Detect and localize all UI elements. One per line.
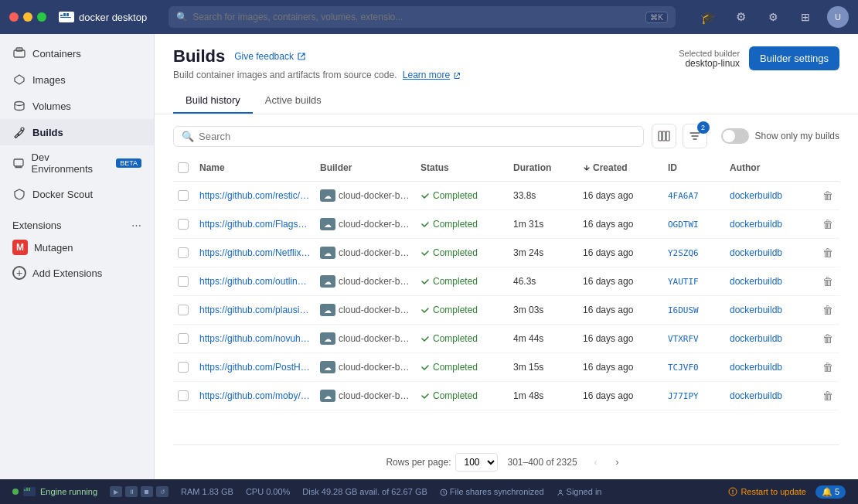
row-name-link[interactable]: https://github.com/PostHog/posthog <box>199 362 311 373</box>
global-search-bar[interactable]: 🔍 ⌘K <box>169 6 676 28</box>
row-status-text: Completed <box>433 247 478 258</box>
delete-button[interactable]: 🗑 <box>822 304 833 316</box>
add-extensions-button[interactable]: + Add Extensions <box>0 261 154 285</box>
completed-icon <box>420 363 430 372</box>
row-checkbox[interactable] <box>178 333 189 344</box>
delete-button[interactable]: 🗑 <box>822 390 833 402</box>
delete-button[interactable]: 🗑 <box>822 361 833 373</box>
delete-button[interactable]: 🗑 <box>822 189 833 202</box>
notifications-badge[interactable]: 🔔 5 <box>815 485 846 499</box>
row-id-badge[interactable]: J77IPY <box>668 391 699 401</box>
row-checkbox[interactable] <box>178 219 189 230</box>
sidebar-item-volumes[interactable]: Volumes <box>0 93 154 119</box>
row-created-1: 16 days ago <box>578 211 663 237</box>
toggle-switch[interactable] <box>721 128 749 144</box>
grid-icon[interactable]: ⊞ <box>795 6 816 28</box>
next-page-button[interactable]: › <box>608 453 627 472</box>
row-status-0: Completed <box>416 182 509 209</box>
sidebar-item-images[interactable]: Images <box>0 66 154 93</box>
extensions-more-icon[interactable]: ⋯ <box>131 220 141 231</box>
row-author-link[interactable]: dockerbuildb <box>730 305 782 315</box>
row-name-link[interactable]: https://github.com/Netflix/dispatch <box>199 247 311 258</box>
delete-button[interactable]: 🗑 <box>822 247 833 259</box>
delete-button[interactable]: 🗑 <box>822 275 833 288</box>
select-all-checkbox[interactable] <box>178 162 189 173</box>
delete-button[interactable]: 🗑 <box>822 332 833 345</box>
row-checkbox-3 <box>173 268 195 295</box>
learn-more-icon <box>453 72 461 80</box>
sidebar-item-containers[interactable]: Containers <box>0 40 154 66</box>
stop-button[interactable]: ⏹ <box>141 486 153 497</box>
close-button[interactable] <box>9 12 19 22</box>
give-feedback-link[interactable]: Give feedback <box>234 51 306 62</box>
row-name-link[interactable]: https://github.com/outline/outline <box>199 276 311 287</box>
engine-status: Engine running <box>12 487 97 496</box>
more-icon[interactable]: ⚙ <box>762 6 784 28</box>
row-checkbox-0 <box>173 182 195 209</box>
table-row: https://github.com/outline/outline ☁ clo… <box>173 267 839 296</box>
row-name-link[interactable]: https://github.com/moby/moby <box>199 390 311 401</box>
row-author-link[interactable]: dockerbuildb <box>730 190 782 201</box>
sidebar-item-docker-scout[interactable]: Docker Scout <box>0 181 154 207</box>
restart-to-update-button[interactable]: Restart to update <box>728 487 805 496</box>
search-input[interactable] <box>199 131 635 142</box>
pause-button[interactable]: ⏸ <box>125 486 138 497</box>
filter-button[interactable]: 2 <box>683 124 707 148</box>
play-button[interactable]: ▶ <box>110 486 122 497</box>
global-search-input[interactable] <box>192 12 641 22</box>
row-name-7: https://github.com/moby/moby <box>195 383 315 409</box>
row-name-link[interactable]: https://github.com/restic/restic <box>199 190 311 201</box>
row-author-link[interactable]: dockerbuildb <box>730 276 782 287</box>
search-wrap[interactable]: 🔍 <box>173 126 644 147</box>
row-checkbox[interactable] <box>178 276 189 287</box>
row-checkbox[interactable] <box>178 190 189 201</box>
row-id-badge[interactable]: I6DUSW <box>668 305 699 315</box>
row-author-3: dockerbuildb <box>725 268 818 295</box>
delete-button[interactable]: 🗑 <box>822 218 833 230</box>
row-builder-text: cloud-docker-ben... <box>339 247 411 258</box>
row-author-link[interactable]: dockerbuildb <box>730 219 782 230</box>
show-my-builds-toggle[interactable]: Show only my builds <box>721 128 839 144</box>
row-id-badge[interactable]: Y2SZQ6 <box>668 248 699 258</box>
row-name-link[interactable]: https://github.com/novuhq/novu <box>199 333 311 344</box>
row-created-4: 16 days ago <box>578 297 663 323</box>
row-builder-text: cloud-docker-ben... <box>339 333 411 344</box>
row-checkbox[interactable] <box>178 362 189 373</box>
row-author-link[interactable]: dockerbuildb <box>730 390 782 401</box>
sidebar-item-mutagen[interactable]: M Mutagen <box>0 234 154 261</box>
row-checkbox[interactable] <box>178 247 189 258</box>
minimize-button[interactable] <box>23 12 32 22</box>
row-id-badge[interactable]: VTXRFV <box>668 334 699 344</box>
builder-settings-button[interactable]: Builder settings <box>749 46 839 70</box>
settings-icon[interactable]: ⚙ <box>730 6 751 28</box>
row-id-badge[interactable]: 4FA6A7 <box>668 191 699 201</box>
row-checkbox[interactable] <box>178 390 189 401</box>
row-author-link[interactable]: dockerbuildb <box>730 333 782 344</box>
sidebar-item-builds[interactable]: Builds <box>0 119 154 145</box>
row-id-badge[interactable]: OGDTWI <box>668 220 699 230</box>
row-name-link[interactable]: https://github.com/plausible/analytics <box>199 305 311 315</box>
row-name-link[interactable]: https://github.com/Flagsmith/flagsmith <box>199 219 311 230</box>
avatar[interactable]: U <box>827 6 849 28</box>
row-id-badge[interactable]: YAUTIF <box>668 277 699 287</box>
add-icon: + <box>12 266 26 280</box>
tab-active-builds[interactable]: Active builds <box>253 88 334 114</box>
learn-more-link[interactable]: Learn more <box>403 70 450 80</box>
tabs: Build history Active builds <box>173 88 679 114</box>
rows-per-page-select[interactable]: 100 50 25 <box>455 453 498 472</box>
tab-build-history[interactable]: Build history <box>173 88 253 114</box>
page-nav: ‹ › <box>587 453 627 472</box>
columns-button[interactable] <box>652 124 676 148</box>
row-author-link[interactable]: dockerbuildb <box>730 362 782 373</box>
profile-icon[interactable]: 🎓 <box>697 6 719 28</box>
th-created[interactable]: Created <box>578 159 663 176</box>
row-delete-0: 🗑 <box>818 182 839 209</box>
row-id-badge[interactable]: TCJVF0 <box>668 363 699 373</box>
prev-page-button[interactable]: ‹ <box>587 453 605 472</box>
row-checkbox[interactable] <box>178 305 189 315</box>
restart-ctrl-button[interactable]: ↺ <box>156 486 169 497</box>
maximize-button[interactable] <box>37 12 46 22</box>
row-author-link[interactable]: dockerbuildb <box>730 247 782 258</box>
sidebar-item-dev-environments[interactable]: Dev Environments BETA <box>0 145 154 181</box>
images-icon <box>12 73 26 87</box>
